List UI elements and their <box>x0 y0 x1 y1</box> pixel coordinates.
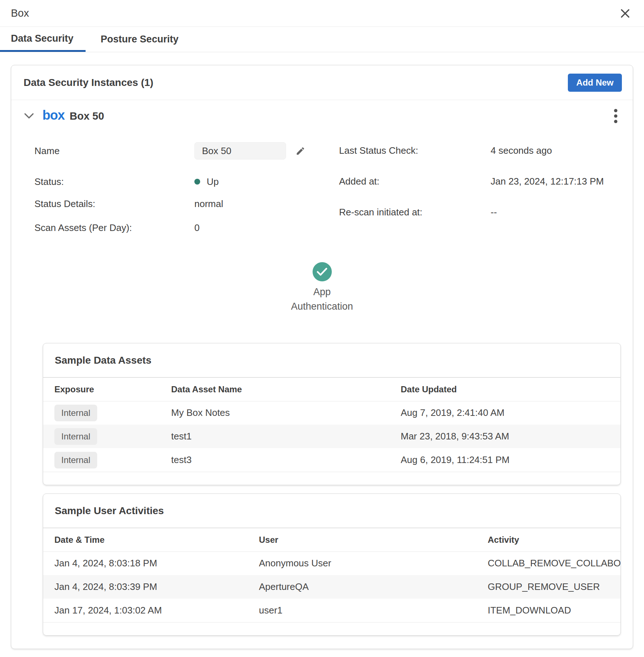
rescan-initiated-value: -- <box>491 207 497 218</box>
last-status-check-label: Last Status Check: <box>339 145 491 156</box>
app-auth-label-line2: Authentication <box>291 299 353 314</box>
exposure-badge: Internal <box>54 405 97 421</box>
tab-bar: Data Security Posture Security <box>0 27 644 52</box>
added-at-label: Added at: <box>339 176 491 187</box>
asset-name: My Box Notes <box>171 401 401 425</box>
window-title: Box <box>11 7 29 19</box>
panel-title: Data Security Instances (1) <box>24 77 153 88</box>
table-row: Jan 4, 2024, 8:03:18 PM Anonymous User C… <box>43 551 620 575</box>
activity-datetime: Jan 17, 2024, 1:03:02 AM <box>43 599 259 622</box>
box-logo: box <box>42 109 65 123</box>
col-user: User <box>259 528 488 551</box>
tab-posture-security[interactable]: Posture Security <box>97 27 182 52</box>
activity-name: COLLAB_REMOVE_COLLABORAT <box>488 551 620 575</box>
asset-date: Aug 6, 2019, 11:24:51 PM <box>401 448 620 472</box>
tab-data-security[interactable]: Data Security <box>0 27 86 52</box>
table-row: Jan 4, 2024, 8:03:39 PM ApertureQA GROUP… <box>43 575 620 599</box>
table-row: Internal test3 Aug 6, 2019, 11:24:51 PM <box>43 448 620 472</box>
data-security-instances-panel: Data Security Instances (1) Add New box … <box>11 65 633 649</box>
asset-date: Mar 23, 2018, 9:43:53 AM <box>401 425 620 448</box>
scan-assets-value: 0 <box>194 222 199 234</box>
status-details-value: normal <box>194 198 223 210</box>
activity-name: GROUP_REMOVE_USER <box>488 575 620 599</box>
last-status-check-value: 4 seconds ago <box>491 145 552 156</box>
close-button[interactable] <box>619 7 632 20</box>
scan-assets-row: Scan Assets (Per Day): 0 <box>34 219 327 236</box>
scan-assets-label: Scan Assets (Per Day): <box>34 222 194 234</box>
data-assets-table: Exposure Data Asset Name Date Updated In… <box>43 378 620 472</box>
kebab-menu-icon <box>614 108 618 124</box>
instance-header-row: box Box 50 <box>11 100 633 132</box>
close-icon <box>620 8 630 18</box>
name-input[interactable]: Box 50 <box>194 142 286 160</box>
sample-user-activities-card: Sample User Activities Date & Time User … <box>43 493 621 636</box>
status-details-label: Status Details: <box>34 198 194 210</box>
last-status-check-row: Last Status Check: 4 seconds ago <box>339 142 620 159</box>
status-value: Up <box>207 176 219 187</box>
table-row: Internal My Box Notes Aug 7, 2019, 2:41:… <box>43 401 620 425</box>
asset-name: test1 <box>171 425 401 448</box>
instance-menu-button[interactable] <box>610 108 622 124</box>
rescan-initiated-label: Re-scan initiated at: <box>339 207 491 218</box>
panel-header: Data Security Instances (1) Add New <box>11 65 633 100</box>
user-activities-table: Date & Time User Activity Jan 4, 2024, 8… <box>43 528 620 622</box>
data-assets-header-row: Exposure Data Asset Name Date Updated <box>43 378 620 401</box>
edit-name-button[interactable] <box>296 146 305 156</box>
instance-title: Box 50 <box>70 110 104 122</box>
col-date-updated: Date Updated <box>401 378 620 401</box>
asset-name: test3 <box>171 448 401 472</box>
exposure-badge: Internal <box>54 428 97 445</box>
chevron-down-icon <box>24 113 34 119</box>
table-row: Jan 17, 2024, 1:03:02 AM user1 ITEM_DOWN… <box>43 599 620 622</box>
added-at-row: Added at: Jan 23, 2024, 12:17:13 PM <box>339 173 620 190</box>
table-footer <box>43 622 620 635</box>
rescan-initiated-row: Re-scan initiated at: -- <box>339 204 620 220</box>
col-activity: Activity <box>488 528 620 551</box>
activity-user: ApertureQA <box>259 575 488 599</box>
check-circle-icon <box>313 262 332 281</box>
status-up-dot <box>194 179 200 185</box>
app-auth-label-line1: App <box>291 285 353 299</box>
table-footer <box>43 472 620 485</box>
add-new-button[interactable]: Add New <box>568 74 622 92</box>
user-activities-header-row: Date & Time User Activity <box>43 528 620 551</box>
collapse-toggle[interactable] <box>24 111 34 121</box>
pencil-icon <box>296 146 305 156</box>
details-left-column: Name Box 50 Status: Up Sta <box>34 142 327 236</box>
activity-datetime: Jan 4, 2024, 8:03:18 PM <box>43 551 259 575</box>
status-label: Status: <box>34 176 194 187</box>
col-data-asset-name: Data Asset Name <box>171 378 401 401</box>
exposure-badge: Internal <box>54 452 97 468</box>
window-header: Box <box>0 0 644 27</box>
asset-date: Aug 7, 2019, 2:41:40 AM <box>401 401 620 425</box>
activity-name: ITEM_DOWNLOAD <box>488 599 620 622</box>
activity-datetime: Jan 4, 2024, 8:03:39 PM <box>43 575 259 599</box>
table-row: Internal test1 Mar 23, 2018, 9:43:53 AM <box>43 425 620 448</box>
instance-details: Name Box 50 Status: Up Sta <box>11 132 633 236</box>
col-exposure: Exposure <box>43 378 171 401</box>
sample-user-activities-title: Sample User Activities <box>43 494 620 528</box>
details-right-column: Last Status Check: 4 seconds ago Added a… <box>327 142 620 236</box>
app-authentication-status: App Authentication <box>11 262 633 314</box>
status-row: Status: Up <box>34 173 327 190</box>
sample-data-assets-title: Sample Data Assets <box>43 343 620 378</box>
name-row: Name Box 50 <box>34 142 327 160</box>
col-date-time: Date & Time <box>43 528 259 551</box>
name-label: Name <box>34 145 194 157</box>
added-at-value: Jan 23, 2024, 12:17:13 PM <box>491 176 604 187</box>
activity-user: Anonymous User <box>259 551 488 575</box>
activity-user: user1 <box>259 599 488 622</box>
status-details-row: Status Details: normal <box>34 195 327 212</box>
sample-data-assets-card: Sample Data Assets Exposure Data Asset N… <box>43 343 621 485</box>
